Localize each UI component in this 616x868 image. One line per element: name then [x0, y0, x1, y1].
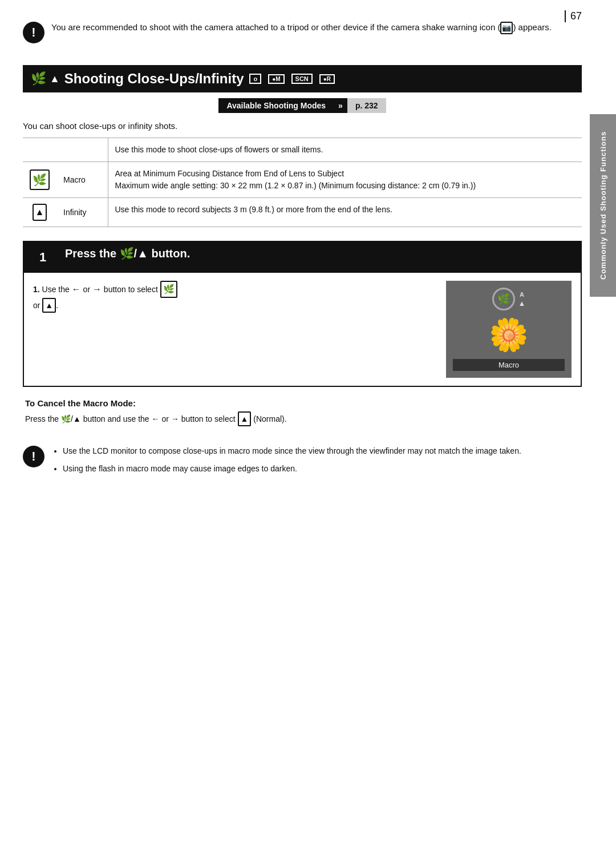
intro-text: You can shoot close-ups or infinity shot…: [23, 121, 582, 131]
section-header: 🌿 ▲ Shooting Close-Ups/Infinity o ●M SCN…: [23, 65, 582, 92]
table-cell-desc-3: Use this mode to record subjects 3 m (9.…: [108, 198, 582, 227]
step-content: 1. Use the ← or → button to select 🌿 or …: [24, 273, 581, 386]
mountain-icon-header: ▲: [50, 73, 60, 85]
camera-macro-label: Macro: [453, 359, 565, 371]
camera-flower-large: 🌼: [489, 319, 529, 351]
table-cell-mode-1: [56, 138, 108, 162]
available-modes-bar: Available Shooting Modes » p. 232: [23, 98, 582, 113]
table-row: ▲ Infinity Use this mode to record subje…: [23, 198, 582, 227]
table-row: 🌿 Macro Area at Minimum Focusing Distanc…: [23, 162, 582, 198]
macro-icon-step: 🌿: [120, 247, 134, 260]
camera-top-row: 🌿 A ▲: [453, 288, 565, 310]
side-tab: Commonly Used Shooting Functions: [590, 114, 616, 297]
macro-icon-inline: 🌿: [160, 281, 177, 298]
arrow-right-cancel: →: [171, 414, 179, 423]
bottom-warning-box: ! Use the LCD monitor to compose close-u…: [23, 440, 582, 484]
shake-warning-icon: 📷: [500, 22, 513, 34]
warning-icon-top: !: [23, 22, 44, 43]
cancel-title: To Cancel the Macro Mode:: [25, 398, 579, 408]
warning-bullet-1: Use the LCD monitor to compose close-ups…: [63, 445, 582, 457]
arrow-left: ←: [72, 284, 81, 294]
mode-badge-pr: ●R: [319, 74, 335, 84]
infinity-table-icon: ▲: [33, 204, 47, 221]
camera-label-a: A: [520, 291, 524, 298]
bottom-warning-list: Use the LCD monitor to compose close-ups…: [52, 445, 582, 479]
table-row: Use this mode to shoot close-ups of flow…: [23, 138, 582, 162]
table-cell-mode-3: Infinity: [56, 198, 108, 227]
warning-bullet-2: Using the flash in macro mode may cause …: [63, 462, 582, 475]
top-warning-text: You are recommended to shoot with the ca…: [51, 21, 582, 34]
cancel-section: To Cancel the Macro Mode: Press the 🌿/▲ …: [23, 398, 582, 426]
normal-icon-cancel: ▲: [238, 411, 252, 426]
table-cell-desc-1: Use this mode to shoot close-ups of flow…: [108, 138, 582, 162]
mode-badge-om: ●M: [268, 74, 284, 84]
step-instruction: 1. Use the ← or → button to select 🌿 or …: [33, 281, 435, 313]
page-number: 67: [565, 10, 582, 22]
macro-table-icon: 🌿: [30, 169, 50, 190]
arrow-left-cancel: ←: [152, 414, 160, 423]
available-modes-chevron: »: [334, 98, 347, 113]
infinity-icon-inline: ▲: [42, 298, 56, 313]
warning-icon-bottom: !: [23, 446, 44, 467]
camera-circle-icon: 🌿: [492, 288, 515, 310]
shooting-modes-table: Use this mode to shoot close-ups of flow…: [23, 138, 582, 227]
table-cell-icon-2: 🌿: [23, 162, 56, 198]
available-modes-page: p. 232: [347, 98, 386, 113]
section-title: Shooting Close-Ups/Infinity: [64, 71, 244, 87]
step-1-box: 1 Press the 🌿/▲ button. 1. Use the ← or …: [23, 241, 582, 387]
step-title: Press the 🌿/▲ button.: [65, 247, 190, 260]
camera-display: 🌿 A ▲ 🌼 Macro: [446, 281, 572, 378]
step-number: 1: [32, 247, 54, 268]
table-cell-icon-1: [23, 138, 56, 162]
table-cell-desc-2: Area at Minimum Focusing Distance from E…: [108, 162, 582, 198]
table-cell-mode-2: Macro: [56, 162, 108, 198]
cancel-text: Press the 🌿/▲ button and use the ← or → …: [25, 411, 579, 426]
arrow-right: →: [92, 284, 102, 294]
macro-cancel-icon: 🌿: [61, 414, 71, 423]
available-modes-label: Available Shooting Modes: [218, 98, 334, 113]
mode-badge-scn: SCN: [291, 74, 313, 84]
macro-circle-icon: 🌿: [497, 293, 510, 305]
section-header-icons: 🌿 ▲: [31, 71, 60, 86]
macro-icon-header: 🌿: [31, 71, 46, 86]
top-warning-box: ! You are recommended to shoot with the …: [23, 17, 582, 47]
table-cell-icon-3: ▲: [23, 198, 56, 227]
camera-label-triangle: ▲: [518, 299, 526, 308]
step-text: 1. Use the ← or → button to select 🌿 or …: [33, 281, 435, 313]
camera-small-icons: A ▲: [518, 291, 526, 308]
mode-badge-auto: o: [249, 74, 261, 84]
